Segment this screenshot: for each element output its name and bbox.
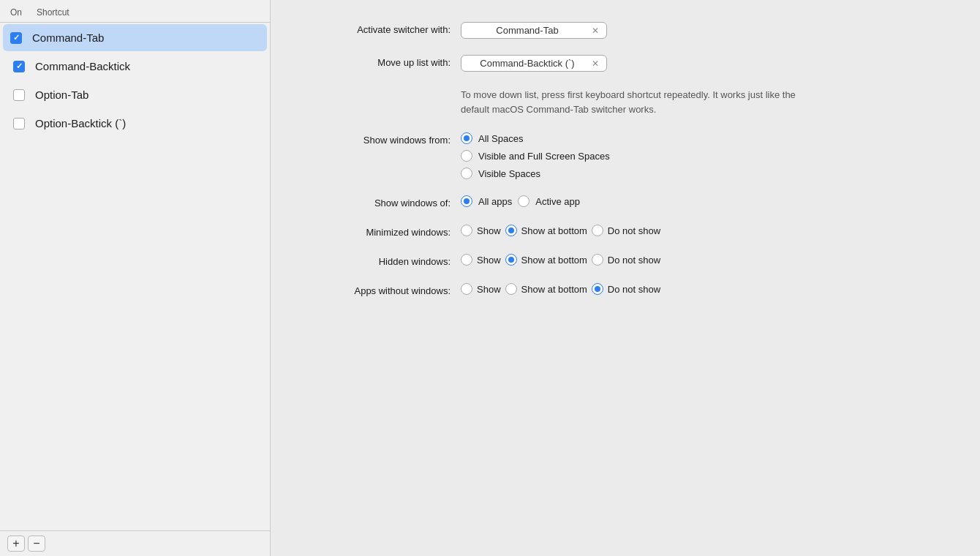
radio-nw-show[interactable] xyxy=(461,283,472,295)
radio-label-min-show-bottom: Show at bottom xyxy=(521,225,587,236)
move-up-row: Move up list with: Command-Backtick (`) … xyxy=(300,55,951,72)
hidden-row: Hidden windows: ShowShow at bottomDo not… xyxy=(300,254,951,267)
activate-switcher-value: Command-Tab xyxy=(469,25,586,36)
info-row-spacer xyxy=(300,88,461,90)
checkbox-cmd-backtick[interactable] xyxy=(13,61,25,72)
show-windows-from-label: Show windows from: xyxy=(300,132,461,146)
shortcut-item-cmd-backtick[interactable]: Command-Backtick xyxy=(3,53,267,80)
move-up-label: Move up list with: xyxy=(300,55,461,68)
radio-label-visible: Visible Spaces xyxy=(478,168,540,179)
shortcuts-header: On Shortcut xyxy=(0,0,270,23)
radio-label-hid-show: Show xyxy=(477,255,501,266)
radio-active-app[interactable] xyxy=(518,195,529,207)
no-windows-options: ShowShow at bottomDo not show xyxy=(461,283,660,295)
move-up-value: Command-Backtick (`) xyxy=(469,58,586,69)
info-row: To move down list, press first keyboard … xyxy=(300,88,951,116)
show-windows-of-row: Show windows of: All appsActive app xyxy=(300,195,951,209)
add-button[interactable]: + xyxy=(7,536,25,552)
shortcut-item-opt-tab[interactable]: Option-Tab xyxy=(3,81,267,108)
hidden-label: Hidden windows: xyxy=(300,254,461,267)
info-text: To move down list, press first keyboard … xyxy=(461,88,812,116)
radio-label-hid-do-not: Do not show xyxy=(608,255,660,266)
radio-label-visible-full: Visible and Full Screen Spaces xyxy=(478,151,610,162)
left-panel: On Shortcut Command-TabCommand-BacktickO… xyxy=(0,0,271,556)
radio-hid-show-bottom[interactable] xyxy=(505,254,517,266)
radio-all-spaces[interactable] xyxy=(461,132,472,144)
radio-min-show[interactable] xyxy=(461,225,472,236)
no-windows-label: Apps without windows: xyxy=(300,283,461,296)
activate-switcher-label: Activate switcher with: xyxy=(300,22,461,35)
minimized-label: Minimized windows: xyxy=(300,225,461,238)
bottom-bar: + − xyxy=(0,530,270,556)
activate-switcher-clear[interactable]: ✕ xyxy=(592,26,599,35)
header-shortcut-label: Shortcut xyxy=(37,7,69,18)
radio-label-nw-show: Show xyxy=(477,284,501,295)
radio-min-show-bottom[interactable] xyxy=(505,225,517,236)
radio-label-all-spaces: All Spaces xyxy=(478,133,523,144)
shortcut-label-cmd-backtick: Command-Backtick xyxy=(35,60,130,72)
show-windows-from-options: All SpacesVisible and Full Screen Spaces… xyxy=(461,132,610,179)
minimized-row: Minimized windows: ShowShow at bottomDo … xyxy=(300,225,951,238)
radio-visible[interactable] xyxy=(461,168,472,179)
radio-row-visible[interactable]: Visible Spaces xyxy=(461,168,610,179)
right-panel: Activate switcher with: Command-Tab ✕ Mo… xyxy=(271,0,980,556)
checkbox-cmd-tab[interactable] xyxy=(10,32,22,44)
move-up-content: Command-Backtick (`) ✕ xyxy=(461,55,607,72)
shortcut-item-cmd-tab[interactable]: Command-Tab xyxy=(3,24,267,51)
radio-row-visible-full[interactable]: Visible and Full Screen Spaces xyxy=(461,150,610,162)
shortcut-label-cmd-tab: Command-Tab xyxy=(32,31,104,44)
radio-label-hid-show-bottom: Show at bottom xyxy=(521,255,587,266)
show-windows-from-row: Show windows from: All SpacesVisible and… xyxy=(300,132,951,179)
header-on-label: On xyxy=(10,7,22,18)
no-windows-row: Apps without windows: ShowShow at bottom… xyxy=(300,283,951,296)
hidden-options: ShowShow at bottomDo not show xyxy=(461,254,660,266)
move-up-pill[interactable]: Command-Backtick (`) ✕ xyxy=(461,55,607,72)
radio-row-all-spaces[interactable]: All Spaces xyxy=(461,132,610,144)
radio-hid-show[interactable] xyxy=(461,254,472,266)
radio-label-active-app: Active app xyxy=(535,196,580,207)
shortcut-label-opt-backtick: Option-Backtick (`) xyxy=(35,117,126,129)
radio-min-do-not[interactable] xyxy=(592,225,603,236)
show-windows-of-label: Show windows of: xyxy=(300,195,461,209)
radio-label-min-do-not: Do not show xyxy=(608,225,660,236)
checkbox-opt-tab[interactable] xyxy=(13,89,25,101)
radio-all-apps[interactable] xyxy=(461,195,472,207)
radio-label-nw-do-not: Do not show xyxy=(608,284,660,295)
shortcuts-list: Command-TabCommand-BacktickOption-TabOpt… xyxy=(0,23,270,530)
activate-switcher-pill[interactable]: Command-Tab ✕ xyxy=(461,22,607,39)
checkbox-opt-backtick[interactable] xyxy=(13,118,25,129)
radio-nw-do-not[interactable] xyxy=(592,283,603,295)
activate-switcher-content: Command-Tab ✕ xyxy=(461,22,607,39)
radio-label-all-apps: All apps xyxy=(478,196,512,207)
activate-switcher-row: Activate switcher with: Command-Tab ✕ xyxy=(300,22,951,39)
minimized-options: ShowShow at bottomDo not show xyxy=(461,225,660,236)
radio-label-min-show: Show xyxy=(477,225,501,236)
remove-button[interactable]: − xyxy=(28,536,45,552)
move-up-clear[interactable]: ✕ xyxy=(592,59,599,68)
shortcut-item-opt-backtick[interactable]: Option-Backtick (`) xyxy=(3,110,267,137)
show-windows-of-options: All appsActive app xyxy=(461,195,580,207)
radio-label-nw-show-bottom: Show at bottom xyxy=(521,284,587,295)
shortcut-label-opt-tab: Option-Tab xyxy=(35,89,88,101)
radio-visible-full[interactable] xyxy=(461,150,472,162)
radio-nw-show-bottom[interactable] xyxy=(505,283,517,295)
radio-hid-do-not[interactable] xyxy=(592,254,603,266)
